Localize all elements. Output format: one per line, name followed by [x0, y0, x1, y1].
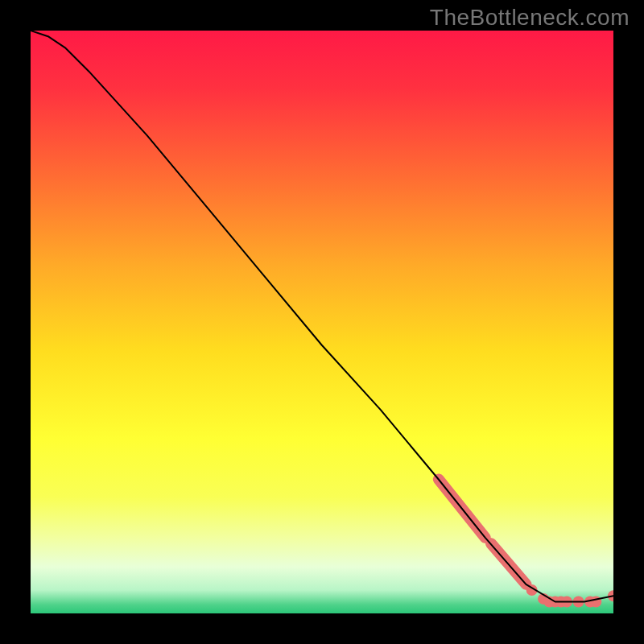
- plot-svg: [31, 31, 613, 613]
- chart-frame: TheBottleneck.com: [0, 0, 644, 644]
- gradient-background: [31, 31, 613, 613]
- watermark-text: TheBottleneck.com: [430, 5, 630, 31]
- bottleneck-plot: [31, 31, 613, 613]
- highlight-point: [590, 597, 601, 608]
